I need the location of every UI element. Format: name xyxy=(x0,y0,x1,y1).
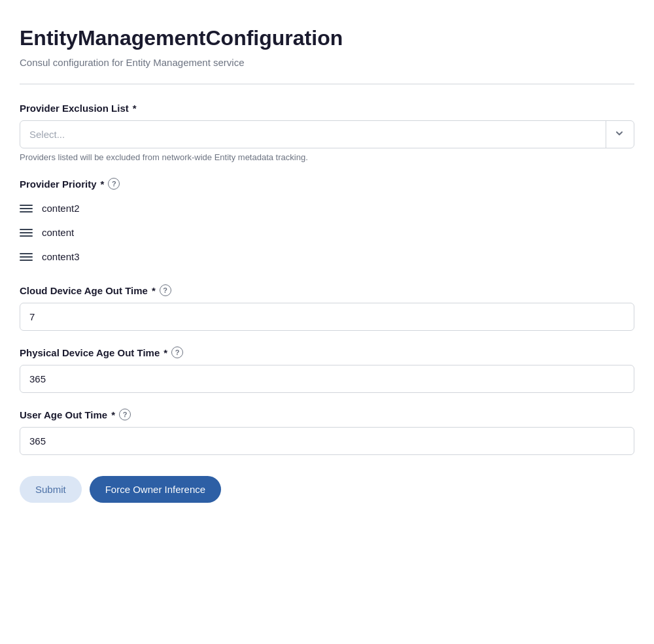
user-age-out-group: User Age Out Time * ? xyxy=(20,409,634,455)
page-title: EntityManagementConfiguration xyxy=(20,26,634,50)
select-divider xyxy=(606,121,606,148)
user-age-out-label: User Age Out Time * ? xyxy=(20,409,634,420)
provider-priority-label: Provider Priority * ? xyxy=(20,178,634,190)
cloud-device-age-out-label: Cloud Device Age Out Time * ? xyxy=(20,284,634,296)
provider-priority-help-icon[interactable]: ? xyxy=(108,178,120,190)
provider-exclusion-select[interactable]: Select... xyxy=(20,121,634,148)
priority-item-label: content xyxy=(42,227,74,238)
physical-device-age-out-label: Physical Device Age Out Time * ? xyxy=(20,347,634,358)
drag-handle-icon[interactable] xyxy=(20,205,33,212)
drag-handle-icon[interactable] xyxy=(20,253,33,261)
required-star: * xyxy=(133,103,137,114)
list-item[interactable]: content3 xyxy=(20,245,634,269)
required-star-2: * xyxy=(101,178,105,190)
list-item[interactable]: content2 xyxy=(20,196,634,220)
provider-exclusion-label: Provider Exclusion List * xyxy=(20,103,634,114)
cloud-device-age-out-group: Cloud Device Age Out Time * ? xyxy=(20,284,634,331)
physical-device-help-icon[interactable]: ? xyxy=(171,347,183,358)
provider-exclusion-select-wrapper[interactable]: Select... xyxy=(20,120,634,148)
force-owner-inference-button[interactable]: Force Owner Inference xyxy=(90,476,221,503)
physical-device-age-out-group: Physical Device Age Out Time * ? xyxy=(20,347,634,393)
priority-list: content2 content content3 xyxy=(20,196,634,269)
user-age-out-input[interactable] xyxy=(20,427,634,455)
divider xyxy=(20,84,634,84)
provider-priority-group: Provider Priority * ? content2 content xyxy=(20,178,634,269)
drag-handle-icon[interactable] xyxy=(20,229,33,237)
required-star-3: * xyxy=(152,285,156,296)
required-star-5: * xyxy=(111,409,115,420)
provider-exclusion-hint: Providers listed will be excluded from n… xyxy=(20,152,634,162)
cloud-device-help-icon[interactable]: ? xyxy=(160,284,171,296)
priority-item-label: content3 xyxy=(42,251,80,262)
cloud-device-age-out-input[interactable] xyxy=(20,303,634,331)
page-subtitle: Consul configuration for Entity Manageme… xyxy=(20,57,634,68)
submit-button[interactable]: Submit xyxy=(20,476,82,503)
physical-device-age-out-input[interactable] xyxy=(20,365,634,393)
required-star-4: * xyxy=(164,347,167,358)
button-row: Submit Force Owner Inference xyxy=(20,476,634,503)
provider-exclusion-group: Provider Exclusion List * Select... Prov… xyxy=(20,103,634,162)
list-item[interactable]: content xyxy=(20,220,634,245)
user-age-out-help-icon[interactable]: ? xyxy=(119,409,131,420)
priority-item-label: content2 xyxy=(42,203,80,214)
